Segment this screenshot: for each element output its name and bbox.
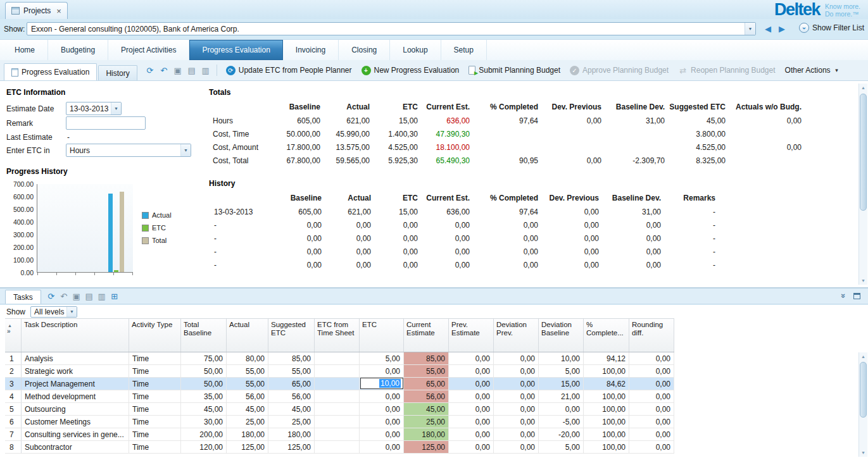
cell[interactable]: 0,00	[494, 416, 539, 428]
column-header-activity-type[interactable]: Activity Type	[129, 319, 181, 352]
cell[interactable]: 0,00	[360, 416, 404, 428]
cell[interactable]: 85,00	[268, 352, 315, 364]
cell[interactable]: 100,00	[584, 428, 629, 440]
cell[interactable]: 30,00	[181, 416, 227, 428]
level-filter-select[interactable]: All levels ▼	[30, 306, 77, 318]
cell[interactable]: 0,00	[360, 365, 404, 377]
cell[interactable]: 45,00	[227, 403, 268, 415]
cell[interactable]: 0,00	[449, 416, 494, 428]
cell[interactable]: -20,00	[539, 428, 584, 440]
cell[interactable]: 0,00	[629, 403, 674, 415]
cell[interactable]: 10,00	[360, 378, 404, 390]
cell[interactable]: -5,00	[539, 416, 584, 428]
cell[interactable]: Time	[129, 441, 181, 453]
tasks-vertical-scrollbar[interactable]: ▲ ▼	[859, 352, 867, 457]
tasks-tab[interactable]: Tasks	[5, 290, 41, 304]
cell[interactable]: 80,00	[227, 352, 268, 364]
cell[interactable]: 15,00	[539, 378, 584, 390]
tab-setup[interactable]: Setup	[441, 40, 487, 60]
column-header-complete[interactable]: % Complete...	[584, 319, 629, 352]
projects-window-tab[interactable]: Projects ×	[5, 2, 68, 19]
row-number[interactable]: 5	[5, 403, 22, 415]
cell[interactable]: 45,00	[268, 403, 315, 415]
scroll-down-arrow[interactable]: ▼	[859, 276, 867, 285]
row-number[interactable]: 4	[5, 390, 22, 402]
cell[interactable]: Subcontractor	[22, 441, 129, 453]
cell[interactable]: Analysis	[22, 352, 129, 364]
cell[interactable]: 0,00	[629, 416, 674, 428]
column-header-deviation-baseline[interactable]: Deviation Baseline	[539, 319, 584, 352]
row-number[interactable]: 7	[5, 428, 22, 440]
print-icon[interactable]: ▤	[83, 290, 96, 302]
cell[interactable]: 0,00	[629, 352, 674, 364]
view-tab-progress-evaluation[interactable]: Progress Evaluation	[4, 63, 97, 80]
cell[interactable]: 0,00	[360, 403, 404, 415]
cell[interactable]: 0,00	[449, 390, 494, 402]
cell[interactable]: 45,00	[181, 403, 227, 415]
cell[interactable]: Time	[129, 403, 181, 415]
column-header-rounding-diff[interactable]: Rounding diff.	[629, 319, 674, 352]
save-icon[interactable]: ▣	[172, 64, 184, 77]
back-button[interactable]: ◀	[765, 24, 771, 34]
collapse-panel-icon[interactable]: »	[840, 294, 847, 298]
cell[interactable]: 25,00	[227, 416, 268, 428]
cell[interactable]: 125,00	[227, 441, 268, 453]
tasks-header-corner[interactable]: ▲»	[5, 319, 22, 352]
cell[interactable]: 180,00	[268, 428, 315, 440]
scroll-thumb[interactable]	[860, 362, 867, 418]
row-number[interactable]: 3	[5, 378, 22, 390]
close-icon[interactable]: ×	[56, 6, 61, 16]
cell[interactable]: 180,00	[227, 428, 268, 440]
column-header-task-description[interactable]: Task Description	[22, 319, 129, 352]
tab-lookup[interactable]: Lookup	[390, 40, 441, 60]
column-header-suggested-etc[interactable]: Suggested ETC	[268, 319, 315, 352]
tab-budgeting[interactable]: Budgeting	[48, 40, 108, 60]
cell[interactable]: 0,00	[449, 378, 494, 390]
tab-home[interactable]: Home	[2, 40, 48, 60]
cell[interactable]: Time	[129, 378, 181, 390]
cell[interactable]: 100,00	[584, 441, 629, 453]
cell[interactable]: 0,00	[494, 441, 539, 453]
scroll-up-arrow[interactable]: ▲	[859, 352, 867, 361]
column-header-current-estimate[interactable]: Current Estimate	[404, 319, 449, 352]
remark-input[interactable]	[66, 116, 146, 130]
cell[interactable]: 84,62	[584, 378, 629, 390]
estimate-date-select[interactable]: 13-03-2013 ▼	[66, 102, 122, 115]
cell[interactable]: 100,00	[584, 416, 629, 428]
cell[interactable]: 0,00	[360, 390, 404, 402]
cell[interactable]: 0,00	[494, 390, 539, 402]
cell[interactable]: 125,00	[404, 441, 449, 453]
cell[interactable]: 0,00	[494, 428, 539, 440]
cell[interactable]: 0,00	[449, 365, 494, 377]
cell[interactable]	[315, 352, 360, 364]
cell[interactable]: Consulting services in gene...	[22, 428, 129, 440]
refresh-icon[interactable]: ⟳	[45, 290, 58, 302]
cell[interactable]	[315, 390, 360, 402]
cell[interactable]: 180,00	[404, 428, 449, 440]
print-preview-icon[interactable]: ▥	[199, 64, 212, 77]
action-update-etc-from-people-planner[interactable]: Update ETC from People Planner	[222, 63, 356, 78]
undo-icon[interactable]: ↶	[158, 64, 170, 77]
cell[interactable]: 0,00	[629, 365, 674, 377]
cell[interactable]: 21,00	[539, 390, 584, 402]
cell[interactable]: Time	[129, 365, 181, 377]
cell[interactable]: Customer Meetings	[22, 416, 129, 428]
cell[interactable]: 85,00	[404, 352, 449, 364]
cell[interactable]: 35,00	[181, 390, 227, 402]
cell[interactable]: 56,00	[268, 390, 315, 402]
cell[interactable]: 56,00	[404, 390, 449, 402]
cell[interactable]: 0,00	[629, 378, 674, 390]
print-preview-icon[interactable]: ▥	[96, 290, 108, 302]
action-other-actions[interactable]: Other Actions	[781, 63, 845, 78]
cell[interactable]: 0,00	[629, 441, 674, 453]
tab-closing[interactable]: Closing	[339, 40, 390, 60]
column-header-deviation-prev[interactable]: Deviation Prev.	[494, 319, 539, 352]
cell[interactable]: 56,00	[227, 390, 268, 402]
cell[interactable]: 25,00	[268, 416, 315, 428]
cell[interactable]: 0,00	[629, 390, 674, 402]
cell[interactable]: 65,00	[404, 378, 449, 390]
scroll-up-arrow[interactable]: ▲	[859, 84, 867, 92]
maximize-panel-icon[interactable]	[853, 293, 860, 299]
view-tab-history[interactable]: History	[98, 65, 137, 80]
cell[interactable]: 50,00	[181, 365, 227, 377]
